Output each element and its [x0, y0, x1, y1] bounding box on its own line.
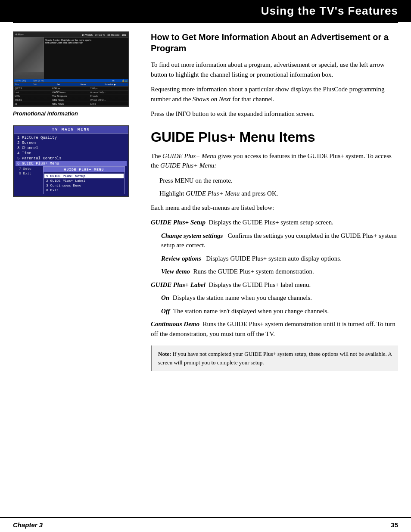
menu-screenshot: TV MAIN MENU 1 Picture Quality 2 Screen … [13, 125, 129, 197]
tv-time: 6:38pm [16, 33, 24, 36]
tv-tabs: 1● Watch 2● Go To 3● Record ◀ ▶ [81, 33, 127, 36]
term-label-guide-setup: GUIDE Plus+ Setup [151, 219, 206, 226]
main-content: 6:38pm 1● Watch 2● Go To 3● Record ◀ ▶ S… [0, 23, 411, 380]
term-guide-setup: GUIDE Plus+ Setup Displays the GUIDE Plu… [151, 218, 398, 227]
left-column: 6:38pm 1● Watch 2● Go To 3● Record ◀ ▶ S… [13, 31, 138, 371]
tv-info-box: Sports Center: Highlights of the day's s… [44, 37, 128, 79]
note-label: Note: [158, 351, 171, 357]
tv-channel-row: Thu Grid Set News Schedule ▶ [14, 83, 128, 87]
sub-term-label-off: Off [161, 308, 170, 314]
para3: Press the INFO button to exit the expand… [151, 109, 398, 119]
right-column: How to Get More Information About an Adv… [151, 31, 398, 371]
submenu-box: GUIDE PLUS+ MENU 1 GUIDE Plus+ Setup 2 G… [43, 166, 125, 194]
sub-term-label-viewdemo: View demo [161, 268, 190, 275]
submenu-area: 7 Setu 0 Exit GUIDE PLUS+ MENU 1 GUIDE P… [17, 166, 125, 194]
menu-item: 3 Channel [17, 146, 125, 151]
tv-channel-row: Last 4 ABC News Access Holly... [14, 90, 128, 94]
term-label-continuous-demo: Continuous Demo [151, 320, 199, 327]
list-item-2: Highlight GUIDE Plus+ Menu and press OK. [159, 189, 398, 199]
submenu-item-selected: 1 GUIDE Plus+ Setup [44, 174, 124, 178]
para4: The GUIDE Plus+ Menu gives you access to… [151, 151, 398, 171]
tv-channel-row: @CBS CBS News Wheel of For... [14, 98, 128, 102]
tv-person-image [14, 37, 44, 72]
menu-item: 1 Picture Quality [17, 135, 125, 140]
submenu-left: 7 Setu 0 Exit [17, 166, 43, 194]
submenu-title: GUIDE PLUS+ MENU [44, 167, 125, 172]
menu-item: 2 Screen [17, 140, 125, 146]
term-guide-label: GUIDE Plus+ Label Displays the GUIDE Plu… [151, 280, 398, 290]
footer-page: 35 [391, 521, 398, 529]
list-item-2-italic: GUIDE Plus+ Menu [186, 190, 240, 197]
submenu-item: 0 Exit [46, 188, 122, 193]
tv-channel-row: MOM The Simpsons Friends [14, 94, 128, 98]
tv-display: 6:38pm 1● Watch 2● Go To 3● Record ◀ ▶ S… [14, 32, 128, 106]
menu-item-selected: 6 GUIDE Plus+ Menu [16, 161, 127, 166]
page-header: Using the TV's Features [0, 0, 411, 22]
tv-channel-row: @CBS 6:30pm 7:00pm [14, 87, 128, 90]
menu-title: TV MAIN MENU [14, 126, 128, 134]
numbered-list: Press MENU on the remote. Highlight GUID… [159, 176, 398, 199]
para4-italic2: GUIDE Plus+ Menu: [160, 162, 216, 169]
page-title: Using the TV's Features [261, 4, 398, 17]
submenu-item: 3 Continuous Demo [46, 183, 122, 188]
tv-show-title: Sports Center: Highlights of the day's s… [45, 39, 127, 44]
para2: Requesting more information about a part… [151, 84, 398, 104]
para4-italic1: GUIDE Plus+ Menu [162, 152, 216, 159]
menu-item-partial: 7 Setu [17, 166, 43, 171]
sub-term-on: On Displays the station name when you ch… [161, 293, 398, 303]
sub-term-review: Review options Displays GUIDE Plus+ syst… [161, 254, 398, 264]
tv-top-bar: 6:38pm 1● Watch 2● Go To 3● Record ◀ ▶ [14, 32, 128, 37]
menu-items-list: 1 Picture Quality 2 Screen 3 Channel 4 T… [14, 134, 128, 196]
submenu-item: 2 GUIDE Plus+ Label [46, 178, 122, 183]
note-text: If you have not completed your GUIDE Plu… [158, 351, 392, 366]
note-box: Note: If you have not completed your GUI… [151, 345, 398, 371]
footer-chapter: Chapter 3 [13, 521, 43, 529]
sub-term-label-change: Change system settings [161, 232, 223, 239]
sub-term-label-on: On [161, 294, 169, 301]
menu-item: 4 Time [17, 151, 125, 156]
list-item-1: Press MENU on the remote. [159, 176, 398, 186]
section2-heading: GUIDE Plus+ Menu Items [151, 129, 398, 145]
section1-heading: How to Get More Information About an Adv… [151, 31, 398, 54]
sub-term-label-review: Review options [161, 255, 201, 262]
sub-term-change: Change system settings Confirms the sett… [161, 231, 398, 250]
para1: To find out more information about a pro… [151, 60, 398, 79]
term-continuous-demo: Continuous Demo Runs the GUIDE Plus+ sys… [151, 319, 398, 339]
para2-italic: Shows on Next [193, 96, 230, 103]
menu-item-exit: 0 Exit [17, 171, 43, 176]
tv-person-area: Sports Center: Highlights of the day's s… [14, 37, 128, 79]
para5: Each menu and the sub-menus are listed b… [151, 203, 398, 213]
tv-channel-row: 21 NBC News Extra [14, 102, 128, 106]
tv-screenshot: 6:38pm 1● Watch 2● Go To 3● Record ◀ ▶ S… [13, 31, 129, 107]
submenu-items-list: 1 GUIDE Plus+ Setup 2 GUIDE Plus+ Label … [44, 172, 125, 194]
menu-item: 5 Parental Controls [17, 156, 125, 161]
tv-channel-list: ESPN [36] 6pm (1 hr) cc 🔒 📺 Thu Grid Set… [14, 79, 128, 106]
promo-label: Promotional information [13, 110, 138, 117]
sub-term-viewdemo: View demo Runs the GUIDE Plus+ system de… [161, 267, 398, 277]
sub-term-off: Off The station name isn't displayed whe… [161, 306, 398, 316]
page-footer: Chapter 3 35 [0, 517, 411, 532]
tv-channel-row: ESPN [36] 6pm (1 hr) cc 🔒 📺 [14, 79, 128, 83]
term-label-guide-label: GUIDE Plus+ Label [151, 281, 206, 288]
